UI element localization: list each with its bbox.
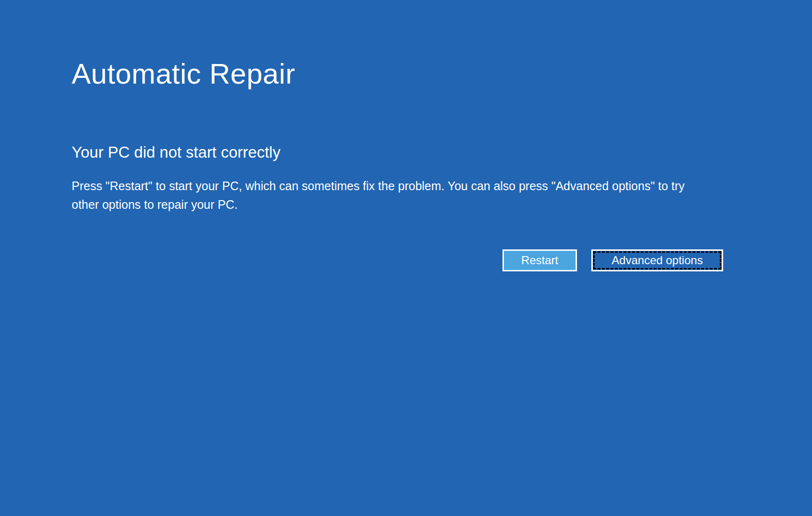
instructions-text: Press "Restart" to start your PC, which … [72,177,684,214]
instructions-line-1: Press "Restart" to start your PC, which … [72,177,684,195]
restart-button-label: Restart [521,254,558,267]
status-heading: Your PC did not start correctly [72,143,280,161]
advanced-options-button[interactable]: Advanced options [591,249,723,271]
page-title: Automatic Repair [72,58,295,90]
instructions-line-2: other options to repair your PC. [72,195,684,214]
restart-button[interactable]: Restart [502,249,577,271]
advanced-options-button-label: Advanced options [612,254,703,267]
button-row: Restart Advanced options [502,249,723,271]
automatic-repair-screen: Automatic Repair Your PC did not start c… [0,0,812,516]
